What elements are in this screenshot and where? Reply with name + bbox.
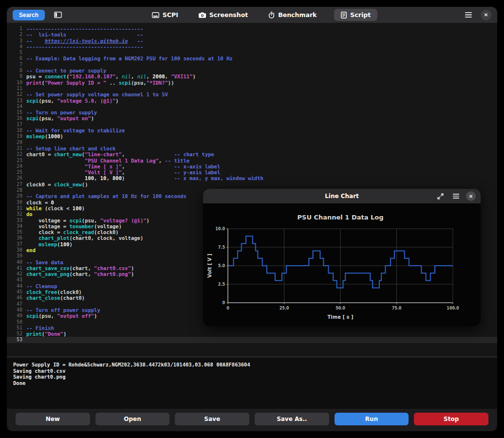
svg-text:7.5: 7.5 — [218, 245, 225, 250]
svg-text:75.0: 75.0 — [392, 306, 402, 310]
chart-close-button[interactable]: ✕ — [466, 191, 476, 201]
save-as-button[interactable]: Save As.. — [255, 413, 329, 425]
tab-script[interactable]: Script — [334, 9, 377, 21]
svg-text:0: 0 — [222, 301, 225, 305]
line-number: 3 — [7, 38, 22, 44]
code-text: chart_plot(chart0, clock, voltage) — [26, 235, 143, 241]
line-number: 52 — [7, 331, 22, 337]
search-button[interactable]: Search — [13, 10, 45, 20]
code-line[interactable]: 13scpi(psu, "voltage 5.0, (@1)") — [7, 98, 497, 104]
code-line[interactable]: 25 "Volt [ V ]", -- y-axis label — [7, 169, 497, 175]
stop-button[interactable]: Stop — [414, 413, 488, 425]
tab-benchmark[interactable]: Benchmark — [265, 9, 319, 21]
tab-label: Benchmark — [278, 11, 317, 18]
line-number: 14 — [7, 104, 22, 110]
line-chart-plot: 025.050.075.0100.002.55.07.510.0PSU Chan… — [203, 203, 481, 326]
svg-text:PSU Channel 1 Data Log: PSU Channel 1 Data Log — [297, 214, 383, 221]
code-line[interactable]: 21-- Setup line chart and clock — [7, 146, 497, 151]
svg-text:50.0: 50.0 — [336, 306, 345, 310]
line-number: 9 — [7, 73, 22, 79]
code-text: -- https://lxi-tools.github.io -- — [26, 38, 143, 44]
code-line[interactable]: 8-- Connect to power supply — [7, 68, 497, 73]
line-number: 7 — [7, 62, 22, 68]
code-text: -- Wait for voltage to stabilize — [26, 128, 125, 133]
main-menu-button[interactable] — [462, 9, 475, 21]
line-number: 17 — [7, 122, 22, 128]
code-text: "Volt [ V ]", -- y-axis label — [26, 169, 220, 175]
line-number: 12 — [7, 91, 22, 97]
code-line[interactable]: 11 — [7, 86, 497, 91]
code-line[interactable]: 4-------------------------------------- — [7, 44, 497, 50]
code-line[interactable]: 52print("Done") — [7, 331, 497, 337]
code-line[interactable]: 1-------------------------------------- — [7, 26, 497, 32]
code-line[interactable]: 26 100, 10, 800) -- x max, y max, window… — [7, 175, 497, 181]
code-line[interactable]: 2-- lxi-tools -- — [7, 32, 497, 37]
lxi-tools-window: Search SCPI Screenshot — [7, 7, 497, 431]
scpi-icon — [152, 12, 159, 18]
chart-menu-button[interactable] — [450, 191, 461, 201]
line-number: 20 — [7, 140, 22, 146]
run-button[interactable]: Run — [335, 413, 409, 425]
code-line[interactable]: 17 — [7, 122, 497, 128]
code-line[interactable]: 20 — [7, 140, 497, 146]
tab-scpi[interactable]: SCPI — [149, 9, 181, 21]
code-line[interactable]: 12-- Set power supply voltage on channel… — [7, 91, 497, 97]
hamburger-menu-icon — [465, 12, 472, 18]
line-number: 40 — [7, 259, 22, 265]
console-line: Saving chart0.png — [13, 374, 491, 380]
code-line[interactable]: 19msleep(1000) — [7, 133, 497, 139]
code-line[interactable]: 16scpi(psu, "output on") — [7, 115, 497, 121]
line-number: 51 — [7, 325, 22, 331]
line-number: 38 — [7, 247, 22, 253]
code-text: chart_save_csv(chart, "chart0.csv") — [26, 265, 134, 271]
line-number: 1 — [7, 26, 22, 32]
tab-label: Screenshot — [209, 11, 248, 18]
line-chart-window: Line Chart ✕ 025.050.075.0100.002.55.07.… — [203, 189, 481, 326]
svg-text:10.0: 10.0 — [215, 227, 225, 231]
console-line: Done — [13, 380, 491, 386]
tab-screenshot[interactable]: Screenshot — [196, 9, 251, 21]
line-number: 33 — [7, 218, 22, 223]
window-close-button[interactable]: ✕ — [481, 10, 491, 20]
code-line[interactable]: 5 — [7, 50, 497, 55]
line-number: 4 — [7, 44, 22, 50]
code-line[interactable]: 6-- Example: Data logging from a NGM202 … — [7, 55, 497, 61]
line-number: 2 — [7, 32, 22, 37]
code-line[interactable]: 14 — [7, 104, 497, 110]
header-right-controls: ✕ — [462, 9, 491, 21]
code-line[interactable]: 10print("Power Supply ID = " .. scpi(psu… — [7, 80, 497, 86]
line-number: 18 — [7, 128, 22, 133]
open-button[interactable]: Open — [95, 413, 170, 425]
chart-expand-button[interactable] — [435, 191, 446, 201]
line-number: 28 — [7, 187, 22, 193]
code-line[interactable]: 3-- https://lxi-tools.github.io -- — [7, 38, 497, 44]
code-text: -------------------------------------- — [26, 26, 143, 32]
code-text: clock = 0 — [26, 200, 54, 205]
save-button[interactable]: Save — [175, 413, 249, 425]
line-number: 42 — [7, 271, 22, 277]
new-button[interactable]: New — [16, 413, 90, 425]
line-number: 13 — [7, 98, 22, 104]
header-bar: Search SCPI Screenshot — [7, 7, 497, 23]
code-line[interactable]: 7 — [7, 62, 497, 68]
code-line[interactable]: 18-- Wait for voltage to stabilize — [7, 128, 497, 133]
code-text: clock = clock_read(clock0) — [26, 229, 119, 235]
code-text: -- Finish — [26, 325, 54, 331]
code-line[interactable]: 15-- Turn on power supply — [7, 110, 497, 115]
line-number: 37 — [7, 241, 22, 247]
code-text: voltage = tonumber(voltage) — [26, 223, 122, 229]
tab-label: Script — [350, 11, 371, 18]
code-text: -- Connect to power supply — [26, 68, 106, 73]
code-line[interactable]: 22chart0 = chart_new("line-chart", -- ch… — [7, 151, 497, 157]
code-line[interactable]: 24 "Time [ s ]", -- x-axis label — [7, 164, 497, 169]
code-line[interactable]: 9psu = connect("192.168.0.107", nil, nil… — [7, 73, 497, 79]
output-console[interactable]: Power Supply ID = Rohde&Schwarz,NGM202,3… — [7, 357, 497, 409]
code-text: scpi(psu, "output on") — [26, 115, 94, 121]
line-number: 45 — [7, 289, 22, 295]
code-line[interactable]: 23 "PSU Channel 1 Data Log", -- title — [7, 158, 497, 164]
code-line[interactable]: 53 — [7, 337, 497, 343]
sidebar-toggle-button[interactable] — [52, 9, 64, 21]
code-line[interactable]: 27clock0 = clock_new() — [7, 182, 497, 187]
view-switcher: SCPI Screenshot Benchmark Script — [149, 9, 377, 21]
camera-icon — [199, 12, 206, 18]
